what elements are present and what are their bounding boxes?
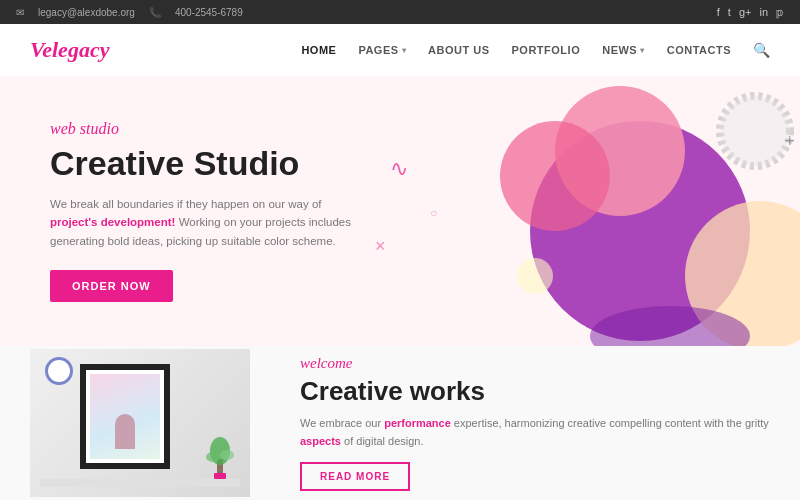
table-decoration bbox=[40, 479, 240, 487]
section2: welcome Creative works We embrace our pe… bbox=[0, 346, 800, 500]
nav-home[interactable]: HOME bbox=[301, 44, 336, 56]
svg-point-10 bbox=[206, 452, 220, 462]
hero-title: Creative Studio bbox=[50, 144, 370, 183]
topbar: ✉ legacy@alexdobe.org 📞 400-2545-6789 f … bbox=[0, 0, 800, 24]
search-icon[interactable]: 🔍 bbox=[753, 42, 770, 58]
topbar-phone: 400-2545-6789 bbox=[175, 7, 243, 18]
figure-decoration bbox=[115, 414, 135, 449]
plant-decoration bbox=[205, 429, 235, 479]
svg-point-11 bbox=[220, 450, 234, 460]
x-decoration: × bbox=[375, 236, 386, 257]
nav-news[interactable]: NEWS ▾ bbox=[602, 44, 645, 56]
email-icon: ✉ bbox=[16, 7, 24, 18]
clock-decoration bbox=[45, 357, 73, 385]
hero-visual bbox=[380, 76, 800, 346]
section2-image bbox=[30, 349, 250, 497]
frame-decoration bbox=[80, 364, 170, 469]
svg-point-5 bbox=[720, 96, 790, 166]
chevron-down-icon: ▾ bbox=[640, 46, 645, 55]
frame-inner bbox=[90, 374, 160, 459]
hero-link1[interactable]: project's development! bbox=[50, 216, 175, 228]
topbar-left: ✉ legacy@alexdobe.org 📞 400-2545-6789 bbox=[16, 7, 243, 18]
header: Velegacy HOME PAGES ▾ ABOUT US PORTFOLIO… bbox=[0, 24, 800, 76]
order-now-button[interactable]: ORDER NOW bbox=[50, 270, 173, 302]
hero-section: web studio Creative Studio We break all … bbox=[0, 76, 800, 346]
nav-contacts[interactable]: CONTACTS bbox=[667, 44, 731, 56]
pinterest-icon[interactable]: 𝕡 bbox=[776, 6, 784, 19]
hero-subtitle: web studio bbox=[50, 120, 370, 138]
nav-portfolio[interactable]: PORTFOLIO bbox=[512, 44, 581, 56]
linkedin-icon[interactable]: in bbox=[759, 6, 768, 18]
svg-rect-12 bbox=[214, 473, 226, 479]
section2-description: We embrace our performance expertise, ha… bbox=[300, 415, 770, 450]
logo[interactable]: Velegacy bbox=[30, 37, 109, 63]
read-more-button[interactable]: READ MORE bbox=[300, 462, 410, 491]
google-plus-icon[interactable]: g+ bbox=[739, 6, 752, 18]
svg-point-6 bbox=[517, 258, 553, 294]
nav-about[interactable]: ABOUT US bbox=[428, 44, 489, 56]
performance-link[interactable]: performance bbox=[384, 417, 451, 429]
main-nav: HOME PAGES ▾ ABOUT US PORTFOLIO NEWS ▾ C… bbox=[301, 42, 770, 58]
section2-welcome: welcome bbox=[300, 355, 770, 372]
phone-icon: 📞 bbox=[149, 7, 161, 18]
topbar-email: legacy@alexdobe.org bbox=[38, 7, 135, 18]
twitter-icon[interactable]: t bbox=[728, 6, 731, 18]
image-background bbox=[30, 349, 250, 497]
section2-text: welcome Creative works We embrace our pe… bbox=[280, 355, 770, 491]
hero-description: We break all boundaries if they happen o… bbox=[50, 195, 370, 250]
section2-title: Creative works bbox=[300, 376, 770, 407]
squiggle-decoration: ∿ bbox=[390, 156, 408, 182]
chevron-down-icon: ▾ bbox=[402, 46, 407, 55]
facebook-icon[interactable]: f bbox=[717, 6, 720, 18]
topbar-social: f t g+ in 𝕡 bbox=[717, 6, 784, 19]
plus-decoration: + bbox=[784, 131, 795, 152]
hero-content: web studio Creative Studio We break all … bbox=[0, 90, 400, 332]
svg-point-2 bbox=[500, 121, 610, 231]
aspects-link[interactable]: aspects bbox=[300, 435, 341, 447]
nav-pages[interactable]: PAGES ▾ bbox=[358, 44, 406, 56]
